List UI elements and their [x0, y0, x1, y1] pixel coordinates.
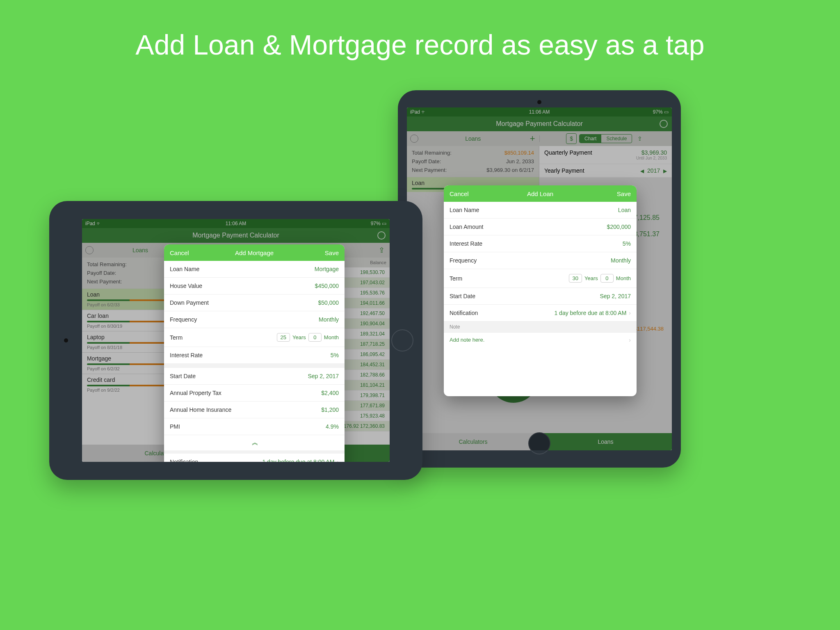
start-date-field[interactable]: Start DateSep 2, 2017: [164, 368, 345, 385]
interest-rate-field[interactable]: Interest Rate5%: [444, 235, 637, 252]
screen-left: iPad ᯤ 11:06 AM 97% ▭ Mortgage Payment C…: [82, 219, 390, 462]
chevron-right-icon: ›: [337, 459, 339, 462]
save-button[interactable]: Save: [325, 249, 339, 256]
add-loan-popover: Cancel Add Loan Save Loan NameLoan Loan …: [444, 185, 637, 396]
notification-field[interactable]: Notification1 day before due at 8:00 AM›: [164, 454, 345, 462]
cancel-button[interactable]: Cancel: [450, 190, 469, 197]
frequency-field[interactable]: FrequencyMonthly: [164, 311, 345, 328]
interest-rate-field[interactable]: Interest Rate5%: [164, 347, 345, 364]
popover-header: Cancel Add Mortgage Save: [164, 244, 345, 261]
chevron-right-icon: ›: [629, 337, 631, 343]
home-button[interactable]: [391, 329, 413, 352]
loan-name-field[interactable]: Loan NameMortgage: [164, 261, 345, 278]
chevron-right-icon: ›: [629, 310, 631, 316]
popover-title: Add Loan: [527, 190, 553, 197]
ipad-left: iPad ᯤ 11:06 AM 97% ▭ Mortgage Payment C…: [49, 201, 422, 480]
term-field[interactable]: Term 25Years0Month: [164, 328, 345, 347]
house-value-field[interactable]: House Value$450,000: [164, 278, 345, 294]
note-section-header: Note: [444, 322, 637, 333]
add-mortgage-popover: Cancel Add Mortgage Save Loan NameMortga…: [164, 244, 345, 462]
popover-header: Cancel Add Loan Save: [444, 185, 637, 202]
property-tax-field[interactable]: Annual Property Tax$2,400: [164, 385, 345, 402]
note-input[interactable]: Add note here.›: [444, 333, 637, 347]
ipad-right: iPad ᯤ 11:06 AM 97% ▭ Mortgage Payment C…: [398, 90, 681, 468]
loan-name-field[interactable]: Loan NameLoan: [444, 202, 637, 219]
start-date-field[interactable]: Start DateSep 2, 2017: [444, 288, 637, 305]
screen-right: iPad ᯤ 11:06 AM 97% ▭ Mortgage Payment C…: [407, 107, 672, 450]
frequency-field[interactable]: FrequencyMonthly: [444, 252, 637, 269]
camera-icon: [537, 100, 541, 104]
down-payment-field[interactable]: Down Payment$50,000: [164, 294, 345, 311]
home-insurance-field[interactable]: Annual Home Insurance$1,200: [164, 402, 345, 418]
notification-field[interactable]: Notification1 day before due at 8:00 AM›: [444, 305, 637, 322]
pmi-field[interactable]: PMI4.9%: [164, 418, 345, 435]
hero-title: Add Loan & Mortgage record as easy as a …: [0, 29, 840, 61]
loan-amount-field[interactable]: Loan Amount$200,000: [444, 219, 637, 235]
expand-icon[interactable]: ︽: [164, 435, 345, 450]
camera-icon: [64, 338, 68, 342]
popover-title: Add Mortgage: [235, 249, 274, 256]
save-button[interactable]: Save: [617, 190, 631, 197]
cancel-button[interactable]: Cancel: [170, 249, 189, 256]
term-field[interactable]: Term 30Years0Month: [444, 269, 637, 288]
